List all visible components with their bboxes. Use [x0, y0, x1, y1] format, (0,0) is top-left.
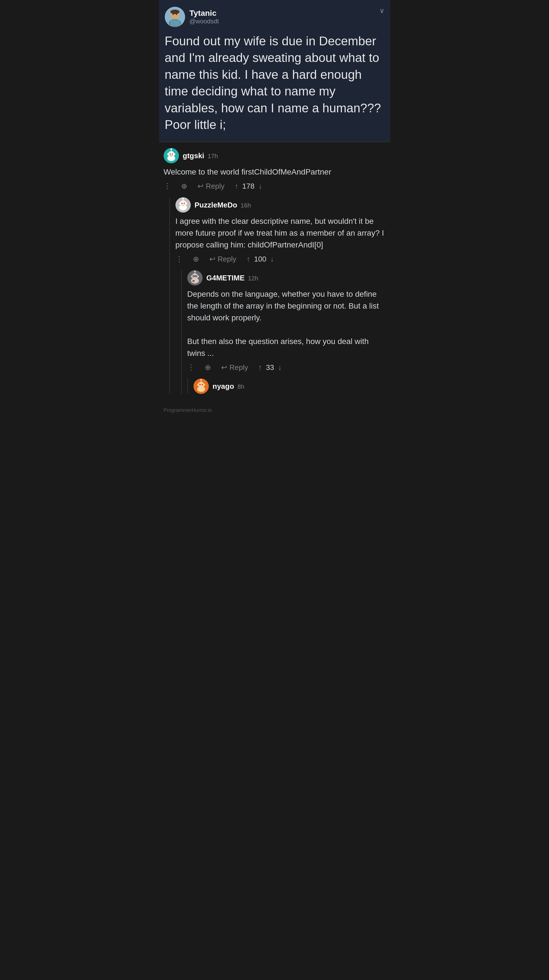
comment-text: I agree with the clear descriptive name,… — [176, 215, 386, 251]
svg-point-11 — [172, 153, 173, 155]
comment-time: 16h — [241, 202, 251, 209]
comment-time: 8h — [238, 383, 244, 390]
reply-label: Reply — [218, 255, 236, 264]
tweet-header: Tytanic @woodsdt ∨ — [165, 7, 385, 27]
comment-text: Welcome to the world firstChildOfMeAndPa… — [164, 166, 386, 178]
comment-actions: ⋮ ⊕ ↩ Reply ↑ 100 ↓ — [176, 255, 386, 264]
svg-point-18 — [180, 200, 186, 207]
comment-actions: ⋮ ⊕ ↩ Reply ↑ 33 ↓ — [187, 363, 386, 372]
avatar-image — [165, 7, 185, 27]
more-icon[interactable]: ⋮ — [176, 255, 183, 264]
comment-header: nyago 8h — [193, 379, 386, 394]
avatar — [165, 7, 185, 27]
nested-comment-puzzlemedo: PuzzleMeDo 16h I agree with the clear de… — [169, 197, 386, 394]
svg-point-24 — [185, 202, 187, 205]
svg-point-10 — [169, 153, 171, 155]
next-comment-preview: nyago 8h — [187, 379, 386, 394]
comment-username: gtgski — [183, 151, 204, 160]
svg-rect-2 — [171, 20, 179, 26]
comment-gtgski: gtgski 17h Welcome to the world firstChi… — [164, 148, 386, 191]
vote-section: ↑ 100 ↓ — [246, 255, 274, 264]
upvote-button[interactable]: ↑ — [246, 255, 250, 264]
comment-time: 12h — [248, 275, 258, 282]
comment-username: G4METIME — [206, 274, 245, 282]
upvote-button[interactable]: ↑ — [258, 363, 262, 372]
avatar — [164, 148, 179, 163]
svg-point-46 — [203, 384, 205, 386]
comment-puzzlemedo: PuzzleMeDo 16h I agree with the clear de… — [176, 197, 386, 264]
avatar — [193, 379, 209, 394]
comment-meta: gtgski 17h — [183, 151, 218, 160]
chevron-icon[interactable]: ∨ — [380, 7, 385, 14]
svg-point-22 — [182, 197, 184, 199]
svg-point-31 — [193, 276, 194, 277]
upvote-button[interactable]: ↑ — [235, 182, 238, 191]
comment-g4metime: G4METIME 12h Depends on the language, wh… — [187, 270, 386, 372]
svg-point-23 — [179, 202, 181, 205]
comment-header: G4METIME 12h — [187, 270, 386, 285]
save-icon[interactable]: ⊕ — [193, 255, 199, 264]
comment-username: PuzzleMeDo — [195, 201, 238, 210]
comment-time: 17h — [207, 153, 218, 160]
comment-header: PuzzleMeDo 16h — [176, 197, 386, 213]
comment-text: Depends on the language, whether you hav… — [187, 288, 386, 359]
svg-point-20 — [184, 203, 185, 204]
svg-point-15 — [174, 153, 175, 155]
svg-point-14 — [167, 153, 169, 155]
svg-point-5 — [173, 14, 174, 15]
vote-section: ↑ 178 ↓ — [235, 182, 262, 191]
svg-point-4 — [171, 10, 179, 14]
reply-label: Reply — [230, 363, 248, 372]
svg-point-19 — [181, 203, 182, 204]
comment-header: gtgski 17h — [164, 148, 386, 163]
tweet-handle: @woodsdt — [190, 18, 219, 25]
vote-count: 178 — [242, 182, 254, 191]
svg-point-42 — [201, 384, 203, 385]
nested-comment-g4metime: G4METIME 12h Depends on the language, wh… — [181, 270, 386, 394]
svg-point-6 — [176, 14, 177, 15]
svg-point-13 — [171, 148, 172, 150]
svg-point-41 — [199, 384, 201, 385]
comment-username: nyago — [213, 382, 235, 391]
tweet-username: Tytanic — [190, 9, 219, 18]
avatar — [176, 197, 191, 213]
svg-point-44 — [200, 379, 202, 381]
more-icon[interactable]: ⋮ — [164, 182, 171, 191]
watermark: ProgrammerHumor.io — [159, 405, 390, 415]
svg-point-45 — [197, 384, 199, 386]
vote-count: 100 — [254, 255, 266, 264]
comment-actions: ⋮ ⊕ ↩ Reply ↑ 178 ↓ — [164, 182, 386, 191]
comment-meta: nyago 8h — [213, 382, 244, 391]
downvote-button[interactable]: ↓ — [278, 363, 282, 372]
reply-arrow-icon: ↩ — [198, 182, 204, 191]
svg-point-37 — [197, 275, 199, 278]
svg-point-36 — [191, 275, 193, 278]
svg-point-40 — [198, 382, 204, 388]
tweet-user-info: Tytanic @woodsdt — [190, 9, 219, 25]
reply-arrow-icon: ↩ — [221, 363, 227, 372]
svg-point-34 — [194, 270, 196, 272]
comment-meta: G4METIME 12h — [206, 274, 259, 282]
more-icon[interactable]: ⋮ — [187, 363, 195, 372]
vote-section: ↑ 33 ↓ — [258, 363, 282, 372]
reply-button[interactable]: ↩ Reply — [209, 255, 236, 264]
vote-count: 33 — [266, 363, 274, 372]
comment-meta: PuzzleMeDo 16h — [195, 201, 251, 210]
svg-point-35 — [192, 280, 195, 282]
downvote-button[interactable]: ↓ — [258, 182, 262, 191]
avatar — [187, 270, 203, 285]
svg-point-32 — [196, 276, 196, 277]
tweet-text: Found out my wife is due in December and… — [165, 33, 385, 133]
reply-arrow-icon: ↩ — [209, 255, 215, 264]
reply-label: Reply — [206, 182, 225, 191]
svg-point-9 — [168, 151, 174, 158]
tweet-container: Tytanic @woodsdt ∨ Found out my wife is … — [159, 0, 390, 142]
save-icon[interactable]: ⊕ — [205, 363, 211, 372]
reply-button[interactable]: ↩ Reply — [198, 182, 225, 191]
downvote-button[interactable]: ↓ — [270, 255, 274, 264]
reply-button[interactable]: ↩ Reply — [221, 363, 248, 372]
comments-section: gtgski 17h Welcome to the world firstChi… — [159, 142, 390, 405]
save-icon[interactable]: ⊕ — [181, 182, 187, 191]
